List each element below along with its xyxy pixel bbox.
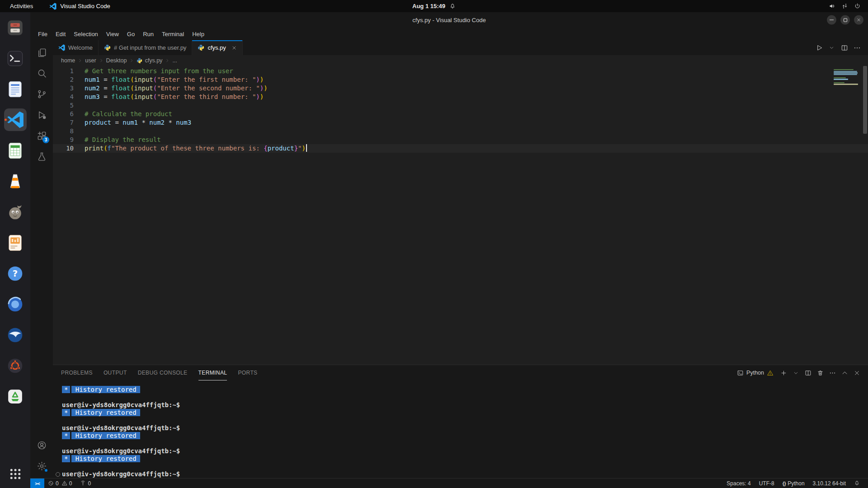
- dock-trash-icon[interactable]: [4, 385, 27, 408]
- breadcrumb-home[interactable]: home: [61, 57, 75, 64]
- power-icon: [854, 3, 861, 9]
- chevron-right-icon: [99, 58, 104, 63]
- menu-edit[interactable]: Edit: [52, 29, 70, 39]
- more-actions-button[interactable]: [851, 42, 863, 53]
- activitybar-settings-icon[interactable]: [30, 455, 53, 476]
- split-terminal-button[interactable]: [802, 367, 814, 379]
- close-icon: [856, 18, 861, 23]
- remote-indicator[interactable]: ><: [30, 479, 44, 488]
- terminal-profile-label: Python: [746, 370, 764, 376]
- dock-help-icon[interactable]: ?: [4, 262, 27, 285]
- tab-label: cfys.py: [208, 44, 226, 51]
- clock-button[interactable]: Aug 1 15:49: [412, 0, 456, 12]
- line-number: 1: [53, 67, 74, 75]
- dock-terminal-icon[interactable]: [4, 47, 27, 70]
- editor[interactable]: 1# Get three numbers input from the user…: [53, 66, 868, 365]
- dock-thunderbird-icon[interactable]: [4, 324, 27, 346]
- dock-vscode-icon[interactable]: [4, 108, 27, 131]
- breadcrumb-desktop[interactable]: Desktop: [106, 57, 127, 64]
- history-restored-star: *: [62, 386, 70, 393]
- errors-icon: [48, 480, 54, 486]
- interpreter-indicator[interactable]: 3.10.12 64-bit: [809, 479, 849, 488]
- line-number: 4: [53, 93, 74, 101]
- menu-go[interactable]: Go: [123, 29, 139, 39]
- close-button[interactable]: [854, 15, 863, 25]
- dock-impress-icon[interactable]: [4, 231, 27, 254]
- breadcrumb-ellipsis[interactable]: ...: [172, 57, 177, 64]
- focused-app-menu[interactable]: Visual Studio Code: [49, 3, 110, 10]
- dock-ubuntu-software-icon[interactable]: [4, 354, 27, 377]
- menu-help[interactable]: Help: [188, 29, 208, 39]
- svg-text:?: ?: [13, 268, 18, 279]
- activitybar-explorer-icon[interactable]: [30, 42, 53, 63]
- text-cursor: [306, 144, 307, 152]
- panel-tab-terminal[interactable]: TERMINAL: [198, 365, 227, 380]
- terminal-content: * History restored user@iv-yds8okrgg0cva…: [62, 386, 868, 478]
- dock-writer-icon[interactable]: [4, 78, 27, 100]
- activities-button[interactable]: Activities: [7, 2, 36, 10]
- terminal-icon: [737, 370, 744, 376]
- activitybar-extensions-icon[interactable]: 3: [30, 125, 53, 146]
- notifications-indicator[interactable]: [850, 479, 863, 488]
- editor-actions: [813, 40, 868, 55]
- code-text: num3 = float(input("Enter the third numb…: [85, 93, 264, 101]
- new-terminal-button[interactable]: [778, 367, 789, 379]
- editor-scrollbar[interactable]: [863, 66, 867, 134]
- tab-get-input-from-the-user-py[interactable]: # Get input from the user.py: [99, 40, 192, 55]
- activitybar-search-icon[interactable]: [30, 63, 53, 84]
- ports-indicator[interactable]: 0: [76, 479, 95, 488]
- language-label: Python: [788, 480, 804, 487]
- close-tab-icon[interactable]: [231, 45, 237, 51]
- maximize-panel-button[interactable]: [839, 367, 850, 379]
- dock-gimp-icon[interactable]: [4, 201, 27, 223]
- history-restored-label: History restored: [71, 409, 140, 416]
- minimize-button[interactable]: [827, 15, 836, 25]
- panel-tab-ports[interactable]: PORTS: [238, 365, 257, 380]
- show-applications-icon[interactable]: [4, 463, 27, 485]
- dock-calc-icon[interactable]: [4, 139, 27, 162]
- activitybar-source-control-icon[interactable]: [30, 84, 53, 104]
- panel-tab-problems[interactable]: PROBLEMS: [61, 365, 93, 380]
- activitybar-run-debug-icon[interactable]: [30, 104, 53, 125]
- activitybar-testing-icon[interactable]: [30, 146, 53, 167]
- terminal-prompt: user@iv-yds8okrgg0cva4ffjqtb:~$: [62, 470, 180, 478]
- close-panel-button[interactable]: [851, 367, 863, 379]
- terminal-dropdown-button[interactable]: [790, 367, 802, 379]
- history-restored-label: History restored: [71, 455, 140, 462]
- system-status-menu[interactable]: [829, 3, 868, 9]
- menu-selection[interactable]: Selection: [70, 29, 102, 39]
- terminal-profile[interactable]: Python: [733, 370, 777, 376]
- terminal[interactable]: * History restored user@iv-yds8okrgg0cva…: [53, 380, 868, 478]
- menu-file[interactable]: File: [34, 29, 52, 39]
- panel-more-button[interactable]: [827, 367, 838, 379]
- tab-welcome[interactable]: Welcome: [53, 40, 99, 55]
- maximize-button[interactable]: [840, 15, 850, 25]
- editor-group: Welcome# Get input from the user.pycfys.…: [53, 40, 868, 478]
- panel-tab-output[interactable]: OUTPUT: [104, 365, 127, 380]
- window-titlebar[interactable]: cfys.py - Visual Studio Code: [30, 12, 868, 28]
- menu-run[interactable]: Run: [139, 29, 158, 39]
- dock-firefox-icon[interactable]: [4, 293, 27, 315]
- line-number: 10: [53, 144, 74, 153]
- breadcrumb-cfys-py[interactable]: cfys.py: [137, 57, 162, 64]
- run-dropdown-button[interactable]: [826, 42, 837, 53]
- breadcrumb-user[interactable]: user: [85, 57, 96, 64]
- editor-minimap[interactable]: [834, 69, 860, 85]
- menu-terminal[interactable]: Terminal: [158, 29, 188, 39]
- run-button[interactable]: [813, 42, 825, 53]
- window-content: 3 Welcome# Get input from the user.pycfy…: [30, 40, 868, 478]
- language-indicator[interactable]: {}Python: [779, 479, 808, 488]
- indent-indicator[interactable]: Spaces: 4: [723, 479, 754, 488]
- menu-view[interactable]: View: [102, 29, 123, 39]
- problems-indicator[interactable]: 00: [44, 479, 76, 488]
- split-editor-button[interactable]: [839, 42, 850, 53]
- tab-cfys-py[interactable]: cfys.py: [192, 40, 242, 55]
- activitybar-accounts-icon[interactable]: [30, 435, 53, 455]
- panel-tab-debug-console[interactable]: DEBUG CONSOLE: [138, 365, 188, 380]
- dock-vlc-icon[interactable]: [4, 170, 27, 192]
- kill-terminal-button[interactable]: [815, 367, 826, 379]
- status-bar: ><000 Spaces: 4UTF-8{}Python3.10.12 64-b…: [30, 478, 868, 488]
- encoding-indicator[interactable]: UTF-8: [755, 479, 778, 488]
- dock-files-icon[interactable]: [4, 16, 27, 39]
- network-icon: [841, 3, 848, 9]
